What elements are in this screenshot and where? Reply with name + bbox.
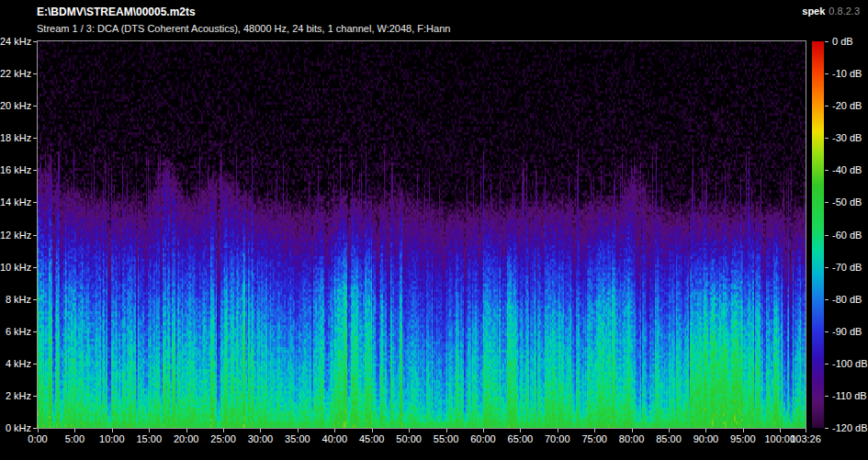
time-tick-label: 10:00 <box>91 433 133 444</box>
time-tick-mark <box>446 429 447 432</box>
legend-tick-label: -90 dB <box>832 326 862 337</box>
legend-tick-label: -110 dB <box>832 390 867 401</box>
time-tick-mark <box>806 429 806 432</box>
time-tick-mark <box>298 429 299 432</box>
time-tick-label: 20:00 <box>165 433 208 444</box>
time-tick-mark <box>38 429 39 432</box>
freq-tick-label: 22 kHz <box>0 68 31 79</box>
freq-tick-mark <box>33 396 37 397</box>
time-tick-label: 25:00 <box>202 433 244 444</box>
legend-tick-label: 0 dB <box>832 36 853 47</box>
freq-tick-mark <box>33 41 37 42</box>
app-name: spek <box>802 6 825 17</box>
app-brand: spek0.8.2.3 <box>802 6 860 17</box>
legend-tick-label: -50 dB <box>832 196 862 208</box>
freq-tick-label: 0 kHz <box>0 422 31 433</box>
legend-tick-mark <box>825 41 829 42</box>
time-tick-mark <box>743 429 744 432</box>
file-path-title: E:\BDMV\STREAM\00005.m2ts <box>37 6 196 18</box>
legend-tick-mark <box>825 299 829 300</box>
legend-tick-mark <box>825 106 829 107</box>
freq-tick-label: 6 kHz <box>0 326 31 337</box>
freq-tick-label: 4 kHz <box>0 358 31 369</box>
freq-tick-mark <box>33 299 37 300</box>
time-tick-label: 50:00 <box>388 433 430 444</box>
legend-tick-mark <box>825 235 829 236</box>
legend-tick-mark <box>825 73 829 74</box>
app-version: 0.8.2.3 <box>829 6 860 17</box>
time-tick-mark <box>112 429 113 432</box>
legend-tick-label: -20 dB <box>832 100 862 111</box>
freq-tick-label: 12 kHz <box>0 230 31 241</box>
freq-tick-label: 18 kHz <box>0 132 31 143</box>
time-tick-label: 103:26 <box>784 433 827 444</box>
time-tick-label: 90:00 <box>684 433 727 444</box>
time-tick-label: 40:00 <box>313 433 355 444</box>
freq-tick-label: 20 kHz <box>0 100 31 111</box>
freq-tick-mark <box>33 235 37 236</box>
time-tick-mark <box>74 429 75 432</box>
freq-tick-label: 24 kHz <box>0 36 31 47</box>
legend-tick-label: -120 dB <box>832 422 868 433</box>
freq-tick-label: 8 kHz <box>0 294 31 305</box>
time-tick-label: 35:00 <box>276 433 319 444</box>
time-tick-label: 15:00 <box>128 433 170 444</box>
time-tick-mark <box>334 429 335 432</box>
freq-tick-mark <box>33 364 37 365</box>
freq-tick-label: 16 kHz <box>0 164 31 175</box>
time-tick-mark <box>372 429 373 432</box>
stream-info: Stream 1 / 3: DCA (DTS Coherent Acoustic… <box>37 23 450 34</box>
time-tick-mark <box>632 429 633 432</box>
legend-tick-label: -10 dB <box>832 68 862 79</box>
time-tick-mark <box>705 429 706 432</box>
legend-tick-label: -30 dB <box>832 132 862 143</box>
time-tick-label: 65:00 <box>499 433 541 444</box>
time-tick-mark <box>186 429 187 432</box>
freq-tick-mark <box>33 202 37 203</box>
legend-tick-label: -100 dB <box>832 358 868 369</box>
time-tick-mark <box>594 429 595 432</box>
spek-window: E:\BDMV\STREAM\00005.m2ts spek0.8.2.3 St… <box>0 0 868 460</box>
time-tick-label: 80:00 <box>611 433 653 444</box>
time-tick-label: 30:00 <box>239 433 281 444</box>
time-tick-mark <box>520 429 521 432</box>
time-tick-mark <box>483 429 484 432</box>
legend-tick-mark <box>825 364 829 365</box>
time-tick-mark <box>558 429 558 432</box>
freq-tick-mark <box>33 428 37 429</box>
freq-tick-mark <box>33 267 37 268</box>
legend-tick-label: -70 dB <box>832 262 862 273</box>
time-tick-label: 75:00 <box>573 433 615 444</box>
time-tick-mark <box>669 429 670 432</box>
time-tick-mark <box>149 429 150 432</box>
freq-tick-label: 2 kHz <box>0 390 31 401</box>
freq-tick-mark <box>33 170 37 171</box>
legend-tick-mark <box>825 267 829 268</box>
time-tick-mark <box>409 429 410 432</box>
time-tick-mark <box>223 429 224 432</box>
time-tick-label: 5:00 <box>53 433 96 444</box>
time-tick-label: 0:00 <box>17 433 59 444</box>
freq-tick-mark <box>33 73 37 74</box>
legend-tick-mark <box>825 396 829 397</box>
legend-tick-mark <box>825 138 829 139</box>
freq-tick-mark <box>33 331 37 332</box>
legend-tick-label: -80 dB <box>832 294 862 305</box>
legend-tick-label: -60 dB <box>832 230 862 241</box>
spectrogram-canvas <box>38 41 806 428</box>
freq-tick-label: 10 kHz <box>0 262 31 273</box>
legend-tick-label: -40 dB <box>832 164 862 175</box>
freq-tick-mark <box>33 106 37 107</box>
time-tick-label: 55:00 <box>425 433 468 444</box>
time-tick-mark <box>260 429 261 432</box>
legend-tick-mark <box>825 428 829 429</box>
time-tick-label: 45:00 <box>351 433 393 444</box>
freq-tick-mark <box>33 138 37 139</box>
legend-colorbar <box>812 41 824 428</box>
time-tick-label: 60:00 <box>462 433 504 444</box>
legend-tick-mark <box>825 202 829 203</box>
legend-tick-mark <box>825 170 829 171</box>
time-tick-label: 85:00 <box>648 433 690 444</box>
legend-tick-mark <box>825 331 829 332</box>
time-tick-label: 95:00 <box>722 433 764 444</box>
